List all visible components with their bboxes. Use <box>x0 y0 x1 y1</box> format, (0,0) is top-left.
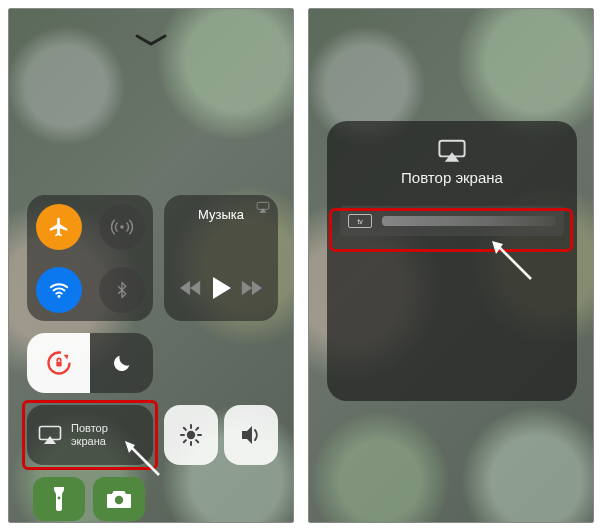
backward-icon <box>180 280 202 296</box>
cellular-data-toggle[interactable] <box>99 204 145 250</box>
svg-marker-10 <box>63 355 68 360</box>
svg-point-24 <box>58 497 61 500</box>
svg-marker-4 <box>190 281 200 296</box>
prev-track-button[interactable] <box>180 280 202 296</box>
forward-icon <box>240 280 262 296</box>
svg-marker-6 <box>213 277 231 299</box>
antenna-icon <box>111 216 133 238</box>
airplay-icon <box>256 201 270 213</box>
wifi-toggle[interactable] <box>36 267 82 313</box>
bluetooth-icon <box>113 279 131 301</box>
sun-icon <box>179 423 203 447</box>
bluetooth-toggle[interactable] <box>99 267 145 313</box>
wifi-icon <box>48 279 70 301</box>
play-icon <box>211 277 231 299</box>
svg-point-1 <box>57 294 60 297</box>
svg-line-21 <box>184 440 186 442</box>
svg-marker-7 <box>241 281 251 296</box>
screen-mirroring-label: Повтор экрана <box>71 422 108 447</box>
brightness-slider[interactable] <box>164 405 218 465</box>
moon-icon <box>111 352 133 374</box>
svg-line-22 <box>196 428 198 430</box>
do-not-disturb-toggle[interactable] <box>90 333 153 393</box>
volume-slider[interactable] <box>224 405 278 465</box>
lock-dnd-panel <box>27 333 153 393</box>
screen-mirroring-title: Повтор экрана <box>401 169 503 186</box>
play-button[interactable] <box>211 277 231 299</box>
music-controls <box>174 277 268 311</box>
screen-mirror-icon <box>437 139 467 163</box>
orientation-lock-toggle[interactable] <box>27 333 90 393</box>
svg-line-20 <box>196 440 198 442</box>
connectivity-panel <box>27 195 153 321</box>
svg-marker-8 <box>252 281 262 296</box>
airplane-mode-toggle[interactable] <box>36 204 82 250</box>
svg-point-14 <box>187 431 195 439</box>
svg-line-19 <box>184 428 186 430</box>
svg-marker-23 <box>242 426 252 444</box>
music-panel[interactable]: Музыка <box>164 195 278 321</box>
next-track-button[interactable] <box>240 280 262 296</box>
svg-point-0 <box>120 225 124 229</box>
screen-mirroring-tile[interactable]: Повтор экрана <box>27 405 153 465</box>
control-center-screenshot: Музыка <box>8 8 294 523</box>
svg-point-25 <box>115 496 123 504</box>
flashlight-button[interactable] <box>33 477 85 521</box>
rotation-lock-icon <box>45 349 73 377</box>
flashlight-icon <box>51 485 67 513</box>
apple-tv-badge-icon: tv <box>348 214 372 228</box>
svg-rect-11 <box>56 362 61 367</box>
screen-mirroring-panel: Повтор экрана tv <box>327 121 577 401</box>
camera-icon <box>106 489 132 509</box>
screen-mirror-icon <box>37 425 63 445</box>
speaker-icon <box>239 424 263 446</box>
svg-marker-5 <box>180 281 190 296</box>
airplane-icon <box>48 216 70 238</box>
airplay-device-row[interactable]: tv <box>340 206 564 236</box>
collapse-handle[interactable] <box>133 33 169 47</box>
screen-mirroring-picker-screenshot: Повтор экрана tv <box>308 8 594 523</box>
music-title: Музыка <box>198 207 244 222</box>
device-name-obscured <box>382 216 556 226</box>
camera-button[interactable] <box>93 477 145 521</box>
